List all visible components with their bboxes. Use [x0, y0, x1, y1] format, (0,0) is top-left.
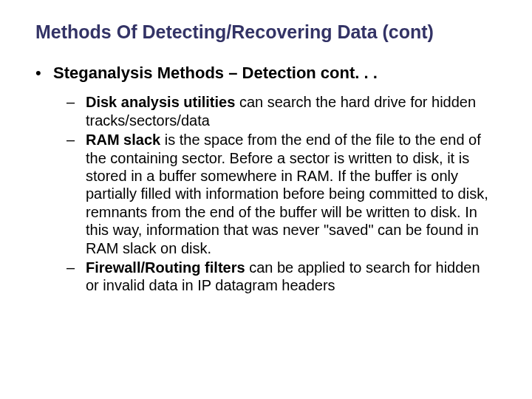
slide: Methods Of Detecting/Recovering Data (co…	[0, 0, 532, 399]
sub-bullet-text: Disk analysis utilities can search the h…	[86, 93, 497, 129]
sub-bullet-list: – Disk analysis utilities can search the…	[66, 93, 497, 294]
sub-bullet-item: – Disk analysis utilities can search the…	[66, 93, 497, 129]
term: RAM slack	[86, 132, 160, 148]
sub-bullet-text: Firewall/Routing filters can be applied …	[86, 259, 497, 295]
bullet-text: Steganalysis Methods – Detection cont. .…	[53, 64, 378, 83]
slide-title: Methods Of Detecting/Recovering Data (co…	[35, 21, 497, 43]
dash-icon: –	[66, 93, 86, 129]
sub-bullet-item: – RAM slack is the space from the end of…	[66, 131, 497, 257]
dash-icon: –	[66, 131, 86, 257]
rest: is the space from the end of the file to…	[86, 132, 488, 256]
sub-bullet-item: – Firewall/Routing filters can be applie…	[66, 259, 497, 295]
sub-bullet-text: RAM slack is the space from the end of t…	[86, 131, 497, 257]
bullet-level-1: • Steganalysis Methods – Detection cont.…	[35, 64, 497, 83]
bullet-dot: •	[35, 64, 53, 83]
term: Firewall/Routing filters	[86, 259, 245, 276]
term: Disk analysis utilities	[86, 94, 235, 110]
dash-icon: –	[66, 259, 86, 295]
